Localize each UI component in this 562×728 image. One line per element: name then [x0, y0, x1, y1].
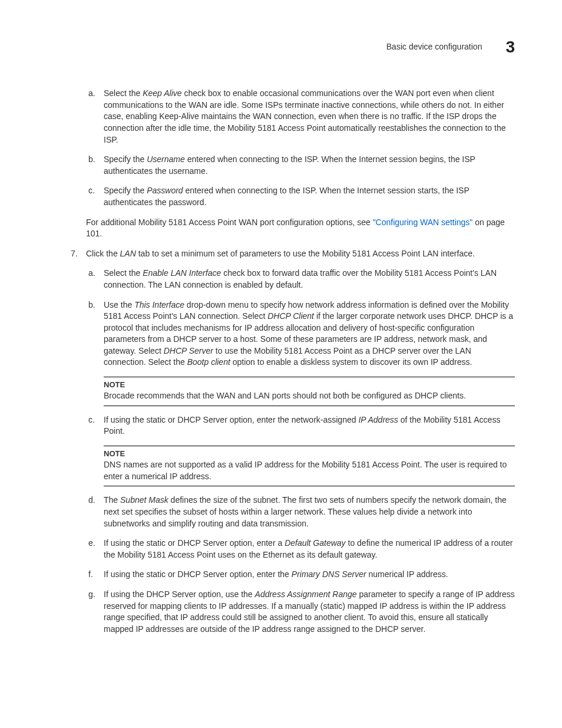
marker: g.	[88, 589, 104, 635]
item-text: If using the static or DHCP Server optio…	[104, 569, 515, 581]
note-box: NOTE Brocade recommends that the WAN and…	[104, 377, 515, 406]
marker: b.	[88, 154, 104, 177]
header-title: Basic device configuration	[386, 41, 482, 53]
sub-item-a: a. Select the Keep Alive check box to en…	[88, 88, 515, 146]
marker: e.	[88, 538, 104, 561]
sub-item-g: g. If using the DHCP Server option, use …	[88, 589, 515, 635]
page-header: Basic device configuration 3	[47, 35, 515, 58]
chapter-number: 3	[505, 35, 515, 58]
marker: c.	[88, 185, 104, 208]
note-text: DNS names are not supported as a valid I…	[104, 459, 515, 482]
sub-item-a: a. Select the Enable LAN Interface check…	[88, 268, 515, 291]
sub-item-c: c. If using the static or DHCP Server op…	[88, 414, 515, 437]
sub-item-e: e. If using the static or DHCP Server op…	[88, 538, 515, 561]
step-7: 7. Click the LAN tab to set a minimum se…	[71, 248, 515, 260]
item-text: Use the This Interface drop-down menu to…	[104, 299, 515, 369]
marker: b.	[88, 299, 104, 369]
note-label: NOTE	[104, 449, 515, 459]
marker: a.	[88, 268, 104, 291]
sub-item-b: b. Use the This Interface drop-down menu…	[88, 299, 515, 369]
note-text: Brocade recommends that the WAN and LAN …	[104, 390, 515, 402]
item-text: Specify the Password entered when connec…	[104, 185, 515, 208]
link-configuring-wan[interactable]: "Configuring WAN settings"	[373, 218, 473, 227]
item-text: Specify the Username entered when connec…	[104, 154, 515, 177]
marker: f.	[88, 569, 104, 581]
item-text: Select the Keep Alive check box to enabl…	[104, 88, 515, 146]
paragraph: For additional Mobility 5181 Access Poin…	[86, 217, 515, 240]
item-text: If using the static or DHCP Server optio…	[104, 538, 515, 561]
marker: c.	[88, 414, 104, 437]
note-label: NOTE	[104, 380, 515, 390]
marker: d.	[88, 495, 104, 529]
item-text: Select the Enable LAN Interface check bo…	[104, 268, 515, 291]
item-text: Click the LAN tab to set a minimum set o…	[86, 248, 515, 260]
sub-item-d: d. The Subnet Mask defines the size of t…	[88, 495, 515, 529]
marker: a.	[88, 88, 104, 146]
sub-item-f: f. If using the static or DHCP Server op…	[88, 569, 515, 581]
marker: 7.	[71, 248, 86, 260]
sub-item-b: b. Specify the Username entered when con…	[88, 154, 515, 177]
note-box: NOTE DNS names are not supported as a va…	[104, 446, 515, 486]
item-text: If using the static or DHCP Server optio…	[104, 414, 515, 437]
item-text: If using the DHCP Server option, use the…	[104, 589, 515, 635]
item-text: The Subnet Mask defines the size of the …	[104, 495, 515, 529]
sub-item-c: c. Specify the Password entered when con…	[88, 185, 515, 208]
